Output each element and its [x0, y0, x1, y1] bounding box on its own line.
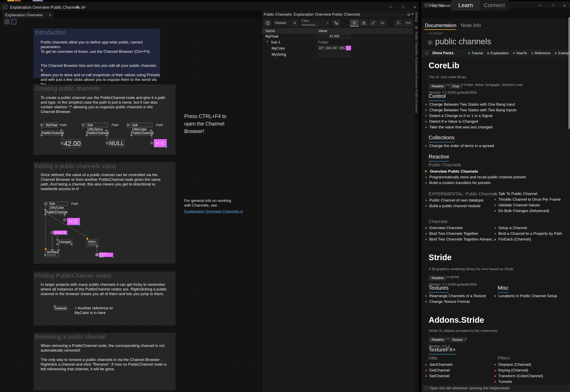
- open-tab-label[interactable]: Open this tab whenever opening the Helpb…: [430, 386, 510, 390]
- readme-button[interactable]: Readme: [429, 84, 446, 89]
- tab-node-info[interactable]: Node Info: [461, 23, 481, 28]
- color-value-iobox[interactable]: H:0.81 S:0.: [99, 253, 113, 257]
- patch-tab[interactable]: Explanation Overview Publi... ×: [2, 11, 53, 19]
- panel-close-icon[interactable]: ×: [411, 12, 414, 16]
- node-pin[interactable]: [61, 134, 63, 136]
- path-iobox[interactable]: Sub 1/MyColor: [130, 123, 152, 127]
- dock-tab-debug[interactable]: Debug: [415, 12, 418, 22]
- legend-item[interactable]: Reference: [531, 51, 551, 55]
- help-topic[interactable]: SetChannel: [425, 373, 453, 379]
- help-topic[interactable]: Rearrange Channels of a Texture: [425, 293, 486, 299]
- help-topic[interactable]: Bind Two Channels Together Advanc...: [425, 237, 495, 242]
- node-pin[interactable]: [56, 243, 58, 245]
- help-topic[interactable]: Take the value that was last changed: [425, 124, 516, 130]
- changed-node[interactable]: Changed: [57, 240, 72, 244]
- publicchannel-node[interactable]: PublicChannel: [131, 131, 153, 136]
- help-minimize-button[interactable]: —: [538, 3, 542, 7]
- color-swatch[interactable]: [346, 46, 351, 50]
- show-packs-chevron-icon[interactable]: ›: [424, 51, 429, 56]
- readme-button[interactable]: Readme: [429, 275, 446, 281]
- tab-documentation[interactable]: Documentation: [425, 23, 457, 28]
- row-mycolor-name[interactable]: MyColor: [272, 46, 285, 51]
- node-pin[interactable]: [58, 249, 59, 251]
- output-pin[interactable]: [106, 141, 109, 144]
- sort-button[interactable]: [394, 19, 403, 27]
- help-maximize-button[interactable]: □: [551, 3, 555, 7]
- orange-channel-pin[interactable]: [45, 248, 46, 250]
- help-topic[interactable]: Detect If a Value is Changed: [425, 119, 516, 124]
- maximize-button[interactable]: □: [401, 5, 405, 9]
- help-topic[interactable]: Build a public channel module: [425, 203, 484, 209]
- category-collections[interactable]: Collections: [429, 134, 454, 142]
- row-myfloat-value[interactable]: 42.000: [318, 34, 351, 39]
- help-topic[interactable]: Detect a Change to 0 or 1 in a Signal: [425, 113, 516, 119]
- bindings-button[interactable]: [369, 19, 377, 27]
- node-pin[interactable]: [106, 134, 108, 136]
- row-mystring-value[interactable]: [318, 52, 351, 56]
- path-iobox[interactable]: Sub 1/MyColor: [47, 201, 68, 206]
- help-topic[interactable]: Do Bulk Changes (Advanced): [494, 208, 561, 214]
- toolbar-square-selected-button[interactable]: [11, 19, 16, 24]
- help-topic[interactable]: Change Between Two States with One Bang …: [425, 101, 516, 107]
- gear-icon[interactable]: ⚙: [415, 26, 418, 29]
- close-button[interactable]: ×: [412, 5, 417, 10]
- legend-item[interactable]: HowTo: [513, 51, 527, 55]
- node-pin[interactable]: [44, 209, 46, 211]
- input-pin[interactable]: [126, 124, 129, 126]
- help-topic[interactable]: Keying (Channel): [494, 367, 543, 373]
- orange-channel-pin[interactable]: [86, 238, 88, 240]
- dock-tab-public-channels[interactable]: Public Channels: Explanation Overview Pu…: [415, 32, 418, 113]
- preset-dropdown-caret[interactable]: ▼: [291, 19, 298, 27]
- tab-connect[interactable]: Connect: [480, 0, 509, 11]
- color-b-field[interactable]: 247: [332, 46, 338, 50]
- help-topic[interactable]: Locations in Public Channel Setup: [494, 293, 557, 299]
- node-pin[interactable]: [71, 243, 72, 245]
- node-pin[interactable]: [150, 130, 152, 131]
- setvalue-channel-node[interactable]: SetValue Channel: [45, 250, 59, 257]
- help-topic[interactable]: Transform (ColorChannel): [494, 373, 543, 379]
- legend-item[interactable]: Explanation: [487, 51, 509, 55]
- help-topic[interactable]: Change Texture Format: [425, 299, 486, 305]
- category-textures[interactable]: Textures: [429, 285, 448, 293]
- help-topic[interactable]: JoinChannels: [425, 362, 453, 367]
- output-pin[interactable]: [150, 141, 153, 144]
- color-value-iobox[interactable]: H:0.: [67, 218, 80, 225]
- activity-button[interactable]: [378, 19, 387, 27]
- show-packs-label[interactable]: Show Packs: [432, 51, 454, 55]
- publicchannel-node[interactable]: PublicChannel: [45, 210, 66, 214]
- node-pin[interactable]: [64, 213, 66, 215]
- input-pin[interactable]: [44, 202, 47, 205]
- help-topic[interactable]: Build a custom transition for presets: [425, 180, 526, 186]
- help-topic[interactable]: Change the order of items in a spread: [425, 143, 494, 149]
- node-pin[interactable]: [105, 130, 107, 131]
- search-clear-button[interactable]: ×: [427, 40, 433, 45]
- more-options-button[interactable]: •••: [404, 19, 413, 27]
- legend-item[interactable]: Example: [555, 51, 570, 55]
- tab-learn[interactable]: Learn: [451, 0, 480, 11]
- panel-drag-area[interactable]: [359, 13, 405, 17]
- node-pin[interactable]: [41, 134, 42, 136]
- node-pin[interactable]: [151, 134, 152, 136]
- category-texturefx[interactable]: TextureFX+: [429, 347, 456, 354]
- chat-button[interactable]: Chat: [449, 84, 462, 89]
- help-topic[interactable]: Throttle Channel to Once Per Frame: [494, 196, 561, 202]
- help-topic[interactable]: Bind a Channel to a Property by Path: [494, 231, 562, 237]
- float-value-iobox[interactable]: 42.00: [63, 139, 82, 148]
- publicchannel-node[interactable]: PublicChannel: [86, 131, 108, 136]
- help-topic[interactable]: ForEach (Channel): [494, 237, 562, 242]
- tab-home[interactable]: Home: [422, 0, 451, 11]
- input-pin[interactable]: [51, 231, 54, 234]
- path-iobox[interactable]: Sub 1/MyString: [85, 123, 108, 127]
- help-topic[interactable]: ×Overview Public Channels: [425, 168, 526, 174]
- node-pin[interactable]: [56, 239, 58, 241]
- node-pin[interactable]: [60, 130, 62, 131]
- output-pin[interactable]: [63, 218, 66, 221]
- nav-history-caret-icon[interactable]: ▾: [81, 6, 82, 9]
- help-topic[interactable]: Talk To Public Channel: [494, 191, 561, 196]
- titlebar[interactable]: Explanation Overview Public Channels.vl …: [0, 3, 419, 11]
- help-topic[interactable]: GetChannel: [425, 367, 453, 373]
- node-pin[interactable]: [96, 246, 98, 247]
- row-mystring-name[interactable]: MyString: [272, 52, 286, 57]
- column-name[interactable]: Name: [265, 29, 275, 33]
- toolbar-square-button[interactable]: [4, 19, 10, 24]
